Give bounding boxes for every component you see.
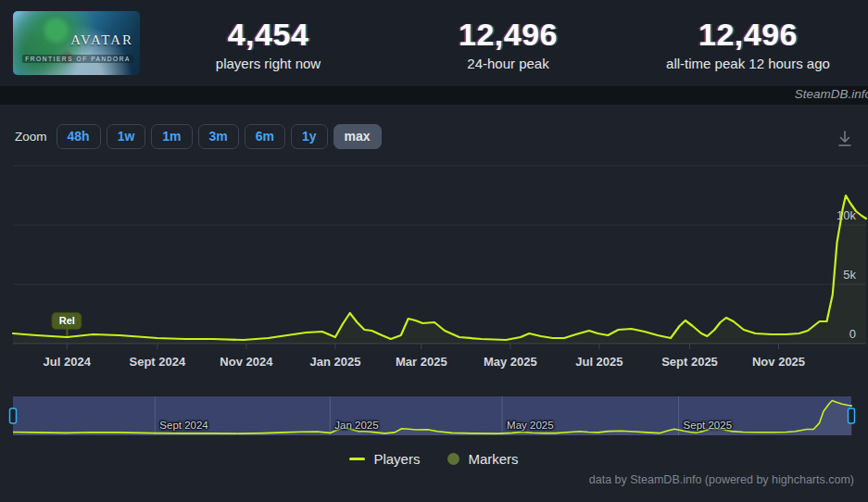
stat-alltime-peak: 12,496 all-time peak 12 hours ago (628, 0, 868, 86)
y-axis-label: 5k (817, 268, 856, 282)
legend-item-markers[interactable]: Markers (447, 451, 518, 467)
y-axis-label: 0 (817, 327, 856, 341)
chart-legend: Players Markers (0, 451, 868, 467)
x-axis-label: Mar 2025 (396, 355, 447, 369)
game-subtitle-text: FRONTIERS OF PANDORA (22, 55, 133, 63)
game-title-text: AVATAR (22, 32, 133, 48)
stat-current-players: 4,454 players right now (148, 0, 388, 86)
current-players-label: players right now (216, 56, 321, 71)
watermark-strip: SteamDB.info (0, 86, 868, 105)
x-axis-label: Jul 2024 (44, 355, 91, 369)
credits-text: data by SteamDB.info (powered by highcha… (589, 473, 854, 486)
release-marker[interactable]: Rel (52, 312, 82, 330)
players-line-swatch-icon (349, 458, 365, 460)
chart-labels-layer: 05k10kJul 2024Sept 2024Nov 2024Jan 2025M… (0, 105, 868, 502)
chart-panel: Zoom 48h1w1m3m6m1ymax 05k10kJul 2024Sept… (0, 105, 868, 502)
game-capsule-image[interactable]: AVATAR FRONTIERS OF PANDORA (13, 11, 140, 75)
navigator-label: Sept 2025 (684, 420, 732, 431)
x-axis-label: Sept 2024 (130, 355, 186, 369)
legend-item-players[interactable]: Players (349, 451, 420, 467)
markers-circle-swatch-icon (447, 453, 459, 465)
navigator-label: Jan 2025 (334, 420, 378, 431)
legend-players-label: Players (373, 451, 420, 467)
steamdb-watermark: SteamDB.info (795, 87, 868, 101)
legend-markers-label: Markers (468, 451, 518, 467)
x-axis-label: Jul 2025 (575, 355, 623, 369)
alltime-peak-value: 12,496 (698, 17, 798, 53)
navigator-label: May 2025 (507, 420, 554, 431)
x-axis-label: Nov 2024 (220, 355, 272, 369)
peak-24h-value: 12,496 (459, 17, 558, 53)
x-axis-label: Jan 2025 (309, 355, 360, 369)
navigator-label: Sept 2024 (159, 420, 208, 431)
current-players-value: 4,454 (228, 17, 309, 53)
alltime-peak-label: all-time peak 12 hours ago (666, 56, 830, 71)
player-stats: 4,454 players right now 12,496 24-hour p… (148, 0, 868, 86)
y-axis-label: 10k (817, 208, 856, 222)
x-axis-label: Nov 2025 (752, 355, 805, 369)
x-axis-label: Sept 2025 (661, 355, 718, 369)
app-header: AVATAR FRONTIERS OF PANDORA 4,454 player… (0, 0, 868, 86)
stat-24h-peak: 12,496 24-hour peak (388, 0, 628, 86)
game-title: AVATAR FRONTIERS OF PANDORA (22, 32, 133, 65)
x-axis-label: May 2025 (484, 355, 537, 369)
peak-24h-label: 24-hour peak (467, 56, 548, 71)
